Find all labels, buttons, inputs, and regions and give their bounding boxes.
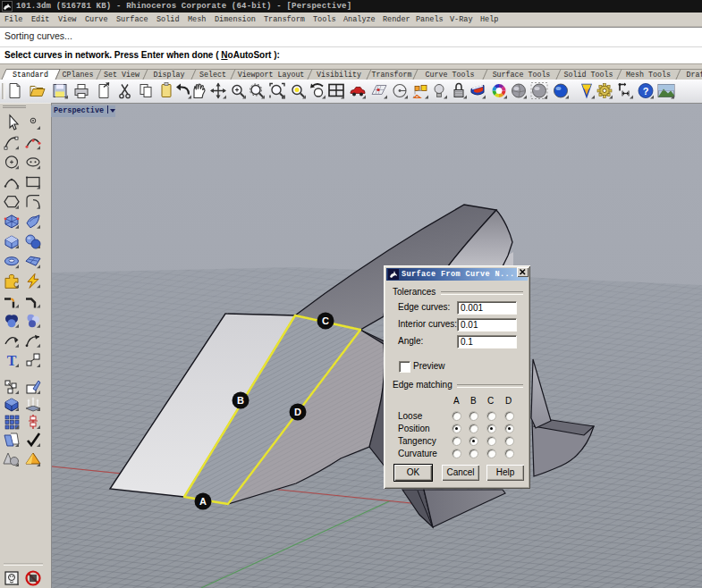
- svg-text:Surface Tools: Surface Tools: [493, 71, 551, 79]
- svg-text:T: T: [7, 353, 17, 368]
- svg-text:Transform: Transform: [372, 71, 412, 79]
- svg-text:?: ?: [643, 86, 649, 97]
- svg-text:Select: Select: [199, 71, 226, 79]
- svg-text:Display: Display: [154, 71, 185, 79]
- svg-text:B: B: [237, 395, 244, 406]
- svg-text:Viewport Layout: Viewport Layout: [238, 71, 305, 79]
- svg-text:Standard: Standard: [13, 71, 48, 79]
- svg-text:Visibility: Visibility: [317, 71, 361, 79]
- svg-text:Set View: Set View: [104, 71, 140, 79]
- svg-text:Solid Tools: Solid Tools: [564, 71, 613, 79]
- svg-text:Draft: Draft: [687, 71, 702, 79]
- svg-text:D: D: [294, 407, 301, 417]
- svg-text:A: A: [199, 496, 207, 507]
- svg-text:C: C: [322, 315, 329, 326]
- svg-text:CPlanes: CPlanes: [63, 71, 94, 79]
- svg-text:Mesh Tools: Mesh Tools: [626, 71, 671, 79]
- svg-text:Curve Tools: Curve Tools: [426, 71, 475, 79]
